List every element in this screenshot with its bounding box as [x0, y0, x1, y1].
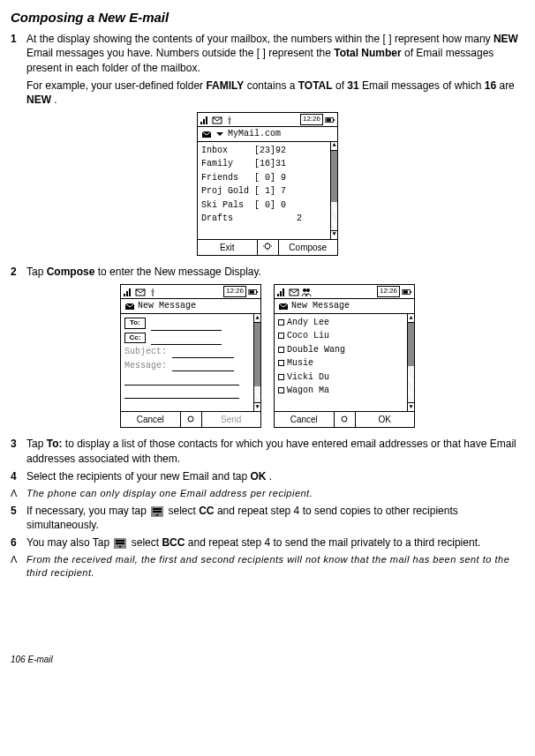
text-bold: BCC	[162, 536, 185, 549]
svg-point-11	[188, 416, 193, 422]
note-marker: Λ	[11, 487, 26, 500]
step-body: Tap Compose to enter the New message Dis…	[26, 265, 524, 279]
title-bar: New Message	[121, 299, 260, 314]
battery-icon	[325, 115, 335, 125]
contacts-icon	[301, 287, 312, 297]
message-field[interactable]	[172, 362, 234, 371]
checkbox-icon[interactable]	[278, 319, 284, 326]
step-1: 1 At the display showing the contents of…	[11, 32, 524, 107]
folder-row[interactable]: Inbox [23]92	[201, 144, 334, 158]
text: If necessary, you may tap	[26, 505, 149, 517]
antenna-icon	[147, 287, 158, 297]
scroll-up-icon[interactable]: ▲	[331, 142, 337, 151]
checkbox-icon[interactable]	[278, 360, 284, 366]
svg-point-13	[303, 288, 306, 292]
text: to enter the New message Display.	[98, 266, 261, 278]
softkey-compose[interactable]: Compose	[279, 240, 338, 256]
message-field-line[interactable]	[124, 389, 239, 399]
cc-button[interactable]: Cc:	[124, 333, 146, 344]
step-body: At the display showing the contents of y…	[26, 32, 524, 107]
text: .	[54, 94, 57, 106]
subject-field[interactable]	[172, 348, 234, 358]
text: of	[335, 79, 347, 92]
contact-row[interactable]: Coco Liu	[278, 329, 411, 343]
text: contains a	[247, 79, 298, 92]
text-bold: 31	[347, 79, 358, 92]
svg-rect-2	[333, 119, 335, 121]
softkey-menu-icon[interactable]	[258, 240, 279, 256]
text: Email messages you have. Numbers outside…	[26, 47, 334, 59]
contact-row[interactable]: Andy Lee	[278, 316, 411, 330]
scrollbar[interactable]: ▲ ▼	[407, 314, 414, 411]
checkbox-icon[interactable]	[278, 347, 284, 353]
text: For example, your user-defined folder	[26, 79, 206, 92]
screen-title: New Message	[291, 300, 350, 312]
cc-field[interactable]	[151, 335, 222, 345]
scroll-down-icon[interactable]: ▼	[331, 230, 337, 239]
svg-rect-8	[256, 291, 258, 293]
title-bar: MyMail.com	[198, 127, 337, 142]
contact-row[interactable]: Double Wang	[278, 343, 411, 357]
mail-icon	[212, 115, 222, 125]
scroll-up-icon[interactable]: ▲	[408, 314, 414, 323]
chevron-down-icon[interactable]	[215, 129, 225, 139]
svg-point-14	[306, 288, 310, 292]
contact-row[interactable]: Vicki Du	[278, 371, 411, 385]
folder-row[interactable]: Proj Gold [ 1] 7	[201, 184, 334, 198]
signal-icon	[276, 287, 287, 297]
signal-icon	[200, 115, 210, 125]
softkey-ok[interactable]: OK	[356, 412, 415, 428]
phone-mailbox: 12:26 MyMail.com Inbox [23]92 Family [16…	[197, 112, 338, 256]
step-number: 4	[11, 469, 26, 483]
step-number: 1	[11, 32, 26, 107]
page-title: Composing a New E-mail	[11, 9, 524, 26]
folder-row[interactable]: Drafts 2	[201, 212, 334, 226]
title-bar: New Message	[275, 299, 414, 314]
mail-icon	[124, 301, 135, 311]
text-bold: 16	[485, 79, 496, 92]
text: to display a list of those contacts for …	[26, 438, 516, 464]
text-bold: To:	[47, 438, 63, 450]
checkbox-icon[interactable]	[278, 387, 284, 393]
folder-row[interactable]: Family [16]31	[201, 157, 334, 171]
mail-icon	[278, 301, 289, 311]
clock-time: 12:26	[377, 286, 400, 297]
message-field-line[interactable]	[124, 376, 239, 385]
scroll-up-icon[interactable]: ▲	[254, 314, 260, 323]
softkey-menu-icon[interactable]	[335, 412, 356, 428]
svg-rect-24	[116, 540, 124, 542]
folder-row[interactable]: Ski Pals [ 0] 0	[201, 198, 334, 213]
checkbox-icon[interactable]	[278, 333, 284, 339]
step-number: 5	[11, 504, 26, 532]
folder-list: Inbox [23]92 Family [16]31 Friends [ 0] …	[198, 142, 337, 239]
contact-row[interactable]: Wagon Ma	[278, 384, 411, 398]
step-3: 3 Tap To: to display a list of those con…	[11, 437, 524, 465]
scrollbar[interactable]: ▲ ▼	[253, 314, 260, 411]
folder-row[interactable]: Friends [ 0] 9	[201, 171, 334, 185]
antenna-icon	[224, 115, 235, 125]
text-bold: TOTAL	[298, 79, 333, 92]
step-4: 4 Select the recipients of your new Emai…	[11, 469, 524, 483]
svg-point-19	[342, 416, 347, 422]
scroll-down-icon[interactable]: ▼	[254, 402, 260, 411]
scroll-down-icon[interactable]: ▼	[408, 402, 414, 411]
to-button[interactable]: To:	[124, 318, 146, 329]
mail-icon	[201, 129, 212, 139]
scrollbar[interactable]: ▲ ▼	[330, 142, 337, 239]
step-number: 2	[11, 265, 26, 279]
to-field[interactable]	[151, 321, 222, 331]
softkey-cancel[interactable]: Cancel	[275, 412, 335, 428]
contact-row[interactable]: Musie	[278, 356, 411, 371]
svg-rect-22	[153, 511, 162, 513]
status-bar: 12:26	[198, 113, 337, 127]
softkey-cancel[interactable]: Cancel	[121, 412, 181, 428]
checkbox-icon[interactable]	[278, 374, 284, 380]
softkey-send[interactable]: Send	[202, 412, 261, 428]
step-number: 3	[11, 437, 26, 465]
screen-title: New Message	[138, 300, 196, 312]
subject-label: Subject:	[124, 347, 167, 356]
softkey-exit[interactable]: Exit	[198, 240, 258, 256]
step-2: 2 Tap Compose to enter the New message D…	[11, 265, 524, 279]
softkey-menu-icon[interactable]	[181, 412, 202, 428]
text-bold: CC	[199, 505, 214, 517]
